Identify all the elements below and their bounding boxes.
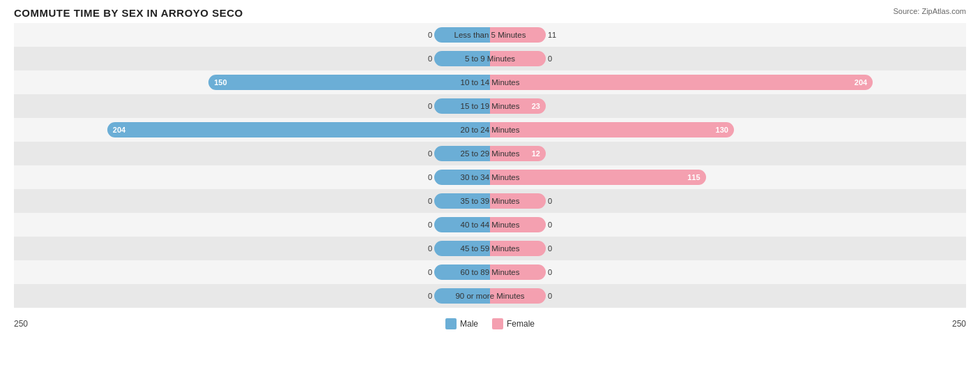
male-color-swatch (445, 318, 457, 329)
female-label: Female (507, 319, 535, 329)
male-value: 0 (428, 54, 432, 63)
female-bar (490, 217, 546, 232)
female-bar: 130 (490, 122, 734, 137)
male-value: 0 (428, 268, 432, 276)
chart-footer: 250 Male Female 250 (14, 319, 966, 329)
bars-area: 011Less than 5 Minutes005 to 9 Minutes15… (14, 23, 966, 316)
male-value: 150 (214, 78, 227, 87)
male-bar (434, 51, 490, 66)
female-value: 23 (532, 102, 540, 110)
chart-row: 011Less than 5 Minutes (14, 23, 966, 47)
female-value: 130 (716, 126, 728, 134)
female-value: 115 (687, 173, 700, 181)
legend: Male Female (445, 318, 535, 329)
male-bar: 150 (208, 75, 490, 90)
male-value: 204 (113, 126, 125, 134)
chart-row: 011530 to 34 Minutes (14, 165, 966, 189)
chart-row: 15020410 to 14 Minutes (14, 70, 966, 94)
male-bar: 204 (107, 122, 490, 137)
female-bar: 204 (490, 75, 873, 90)
male-bar (434, 265, 490, 280)
female-bar: 115 (490, 170, 706, 185)
male-value: 0 (428, 292, 432, 300)
chart-row: 02315 to 19 Minutes (14, 94, 966, 118)
female-value: 204 (855, 78, 867, 87)
male-value: 0 (428, 197, 432, 205)
female-value: 0 (548, 292, 552, 300)
female-value: 0 (548, 221, 552, 229)
male-value: 0 (428, 221, 432, 229)
female-value: 12 (532, 149, 540, 158)
female-value: 0 (548, 268, 552, 276)
legend-male: Male (445, 318, 478, 329)
chart-row: 0035 to 39 Minutes (14, 189, 966, 213)
male-bar (434, 98, 490, 114)
female-value: 0 (548, 54, 552, 63)
female-color-swatch (492, 318, 503, 329)
chart-title: COMMUTE TIME BY SEX IN ARROYO SECO (14, 7, 966, 19)
chart-row: 005 to 9 Minutes (14, 47, 966, 70)
chart-row: 20413020 to 24 Minutes (14, 118, 966, 142)
female-bar (490, 27, 546, 43)
male-value: 0 (428, 102, 432, 110)
female-bar (490, 288, 546, 304)
male-bar (434, 288, 490, 304)
chart-row: 0090 or more Minutes (14, 284, 966, 308)
female-value: 11 (548, 31, 556, 39)
male-bar (434, 241, 490, 256)
female-bar: 23 (490, 98, 546, 114)
footer-right-value: 250 (924, 319, 966, 329)
female-bar (490, 193, 546, 209)
female-bar (490, 241, 546, 256)
female-bar (490, 265, 546, 280)
chart-row: 0045 to 59 Minutes (14, 237, 966, 260)
female-value: 0 (548, 244, 552, 253)
male-bar (434, 217, 490, 232)
chart-row: 01225 to 29 Minutes (14, 142, 966, 165)
male-bar (434, 193, 490, 209)
chart-row: 0040 to 44 Minutes (14, 213, 966, 237)
male-bar (434, 170, 490, 185)
footer-left-value: 250 (14, 319, 56, 329)
female-value: 0 (548, 197, 552, 205)
male-value: 0 (428, 31, 432, 39)
male-value: 0 (428, 244, 432, 253)
male-value: 0 (428, 149, 432, 158)
chart-row: 0060 to 89 Minutes (14, 260, 966, 284)
male-label: Male (460, 319, 478, 329)
female-bar (490, 51, 546, 66)
male-value: 0 (428, 173, 432, 181)
male-bar (434, 27, 490, 43)
legend-female: Female (492, 318, 535, 329)
chart-container: COMMUTE TIME BY SEX IN ARROYO SECO Sourc… (0, 0, 980, 365)
male-bar (434, 146, 490, 161)
female-bar: 12 (490, 146, 546, 161)
source-text: Source: ZipAtlas.com (893, 7, 966, 15)
